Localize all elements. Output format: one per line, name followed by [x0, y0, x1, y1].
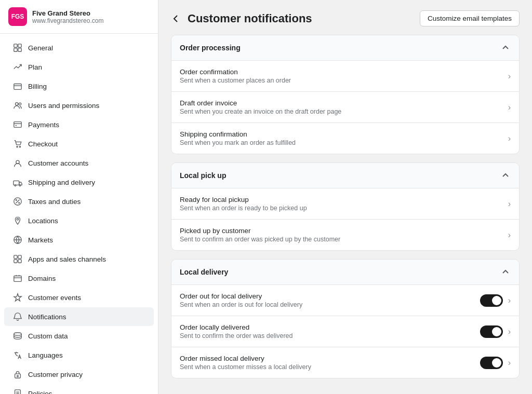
back-button[interactable] [171, 13, 181, 24]
sidebar-label-checkout: Checkout [28, 140, 58, 148]
draft-order-title: Draft order invoice [180, 99, 341, 107]
locations-icon [12, 215, 23, 226]
sidebar-label-customer-accounts: Customer accounts [28, 159, 88, 167]
sidebar-label-billing: Billing [28, 83, 47, 90]
svg-rect-8 [14, 122, 21, 128]
svg-rect-27 [14, 276, 21, 282]
order-out-delivery-title: Order out for local delivery [180, 292, 302, 300]
shipping-confirmation-title: Shipping confirmation [180, 130, 296, 138]
main-header: Customer notifications Customize email t… [158, 0, 532, 35]
order-missed-delivery-title: Order missed local delivery [180, 355, 311, 362]
shipping-confirmation-text: Shipping confirmation Sent when you mark… [180, 130, 296, 146]
order-locally-delivered-toggle[interactable] [480, 325, 503, 338]
sidebar-item-general[interactable]: General [4, 38, 154, 57]
local-delivery-header[interactable]: Local delivery [171, 260, 519, 285]
svg-point-15 [15, 185, 16, 186]
svg-point-20 [19, 202, 20, 203]
picked-up-customer-desc: Sent to confirm an order was picked up b… [180, 236, 340, 243]
sidebar-label-markets: Markets [28, 236, 53, 244]
sidebar-item-notifications[interactable]: Notifications [4, 307, 154, 326]
payments-icon [12, 119, 23, 130]
ready-local-pickup-row[interactable]: Ready for local pickup Sent when an orde… [171, 188, 519, 220]
svg-rect-14 [14, 181, 19, 185]
sidebar-item-plan[interactable]: Plan [4, 58, 154, 76]
checkout-icon [12, 139, 23, 149]
sidebar-item-locations[interactable]: Locations [4, 211, 154, 230]
sidebar-item-policies[interactable]: Policies [4, 384, 154, 394]
order-missed-delivery-text: Order missed local delivery Sent when a … [180, 355, 311, 371]
picked-up-customer-title: Picked up by customer [180, 227, 340, 235]
sidebar-item-customer-events[interactable]: Customer events [4, 288, 154, 307]
sidebar-item-apps[interactable]: Apps and sales channels [4, 250, 154, 268]
order-out-delivery-row[interactable]: Order out for local delivery Sent when a… [171, 285, 519, 316]
order-out-delivery-toggle[interactable] [480, 294, 503, 307]
sidebar-item-customer-privacy[interactable]: Customer privacy [4, 365, 154, 384]
sidebar-item-users-permissions[interactable]: Users and permissions [4, 96, 154, 115]
order-processing-card: Order processing Order confirmation Sent… [171, 35, 520, 154]
svg-rect-1 [18, 44, 21, 47]
order-locally-delivered-row[interactable]: Order locally delivered Sent to confirm … [171, 316, 519, 347]
svg-rect-4 [14, 84, 21, 90]
sidebar-label-users: Users and permissions [28, 102, 99, 110]
svg-point-11 [17, 146, 18, 147]
order-processing-header[interactable]: Order processing [171, 35, 519, 61]
local-delivery-title: Local delivery [180, 268, 228, 276]
order-missed-delivery-right: › [480, 357, 511, 369]
page-title: Customer notifications [188, 12, 312, 25]
sidebar-item-checkout[interactable]: Checkout [4, 134, 154, 153]
sidebar-item-languages[interactable]: Languages [4, 346, 154, 364]
sidebar-item-taxes[interactable]: Taxes and duties [4, 192, 154, 211]
chevron-right-icon: › [508, 327, 511, 336]
sidebar-label-apps: Apps and sales channels [28, 255, 106, 263]
picked-up-customer-right: › [508, 230, 511, 240]
order-confirmation-text: Order confirmation Sent when a customer … [180, 68, 291, 84]
sidebar-item-shipping[interactable]: Shipping and delivery [4, 173, 154, 192]
customize-email-templates-button[interactable]: Customize email templates [420, 10, 520, 26]
order-missed-delivery-toggle[interactable] [480, 357, 503, 369]
store-avatar: FGS [8, 7, 27, 26]
customer-accounts-icon [12, 158, 23, 168]
order-missed-delivery-desc: Sent when a customer misses a local deli… [180, 363, 311, 371]
svg-point-21 [17, 219, 19, 221]
sidebar-item-domains[interactable]: Domains [4, 269, 154, 288]
sidebar-label-customer-events: Customer events [28, 294, 81, 302]
sidebar-item-billing[interactable]: Billing [4, 77, 154, 96]
sidebar-item-custom-data[interactable]: Custom data [4, 327, 154, 345]
local-pickup-header[interactable]: Local pick up [171, 163, 519, 188]
sidebar: FGS Five Grand Stereo www.fivegrandstere… [0, 0, 158, 394]
main-content: Customer notifications Customize email t… [158, 0, 532, 394]
sidebar-item-markets[interactable]: Markets [4, 230, 154, 249]
svg-rect-26 [18, 260, 21, 263]
order-confirmation-row[interactable]: Order confirmation Sent when a customer … [171, 61, 519, 92]
store-url: www.fivegrandstereo.com [32, 17, 103, 24]
svg-rect-25 [14, 260, 17, 263]
chevron-up-icon [500, 43, 511, 53]
customer-privacy-icon [12, 369, 23, 379]
shipping-confirmation-row[interactable]: Shipping confirmation Sent when you mark… [171, 123, 519, 154]
order-locally-delivered-right: › [480, 325, 511, 338]
svg-rect-3 [18, 48, 21, 51]
order-locally-delivered-text: Order locally delivered Sent to confirm … [180, 323, 292, 339]
sidebar-label-locations: Locations [28, 217, 58, 225]
sidebar-item-payments[interactable]: Payments [4, 115, 154, 134]
chevron-right-icon: › [508, 230, 511, 240]
svg-point-6 [16, 103, 18, 105]
sections-container: Order processing Order confirmation Sent… [158, 35, 532, 391]
svg-rect-23 [14, 255, 17, 259]
sidebar-label-policies: Policies [28, 390, 52, 395]
plan-icon [12, 62, 23, 72]
chevron-right-icon: › [508, 296, 511, 305]
order-missed-delivery-row[interactable]: Order missed local delivery Sent when a … [171, 347, 519, 378]
order-locally-delivered-title: Order locally delivered [180, 323, 292, 331]
sidebar-header: FGS Five Grand Stereo www.fivegrandstere… [0, 0, 158, 34]
sidebar-label-general: General [28, 44, 53, 52]
svg-point-30 [17, 375, 19, 377]
draft-order-row[interactable]: Draft order invoice Sent when you create… [171, 92, 519, 123]
svg-point-16 [19, 185, 21, 186]
order-out-delivery-text: Order out for local delivery Sent when a… [180, 292, 302, 308]
svg-point-28 [14, 333, 21, 335]
draft-order-right: › [508, 103, 511, 112]
picked-up-customer-row[interactable]: Picked up by customer Sent to confirm an… [171, 220, 519, 250]
sidebar-label-plan: Plan [28, 63, 42, 71]
sidebar-item-customer-accounts[interactable]: Customer accounts [4, 154, 154, 172]
